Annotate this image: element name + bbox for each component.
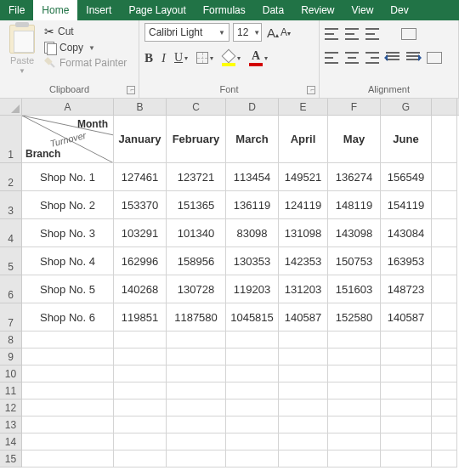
cell[interactable]: May bbox=[328, 116, 381, 163]
cell[interactable]: 113454 bbox=[226, 163, 279, 191]
column-header[interactable]: A bbox=[22, 99, 114, 115]
cell[interactable] bbox=[381, 450, 432, 468]
cell[interactable]: 158956 bbox=[167, 247, 226, 275]
cell[interactable]: 153370 bbox=[114, 191, 167, 219]
cell-diagonal-header[interactable]: MonthTurnoverBranch bbox=[22, 116, 114, 163]
cell[interactable] bbox=[279, 382, 328, 400]
cell[interactable] bbox=[167, 382, 226, 400]
cell[interactable] bbox=[279, 450, 328, 468]
cell[interactable]: March bbox=[226, 116, 279, 163]
cell[interactable]: 150753 bbox=[328, 247, 381, 275]
column-header[interactable]: D bbox=[226, 99, 279, 115]
wrap-text-button[interactable] bbox=[401, 28, 416, 40]
cell[interactable] bbox=[432, 247, 457, 275]
cell[interactable] bbox=[22, 332, 114, 348]
cell[interactable]: 156549 bbox=[381, 163, 432, 191]
cell[interactable] bbox=[381, 366, 432, 382]
cell[interactable] bbox=[167, 416, 226, 434]
cell[interactable] bbox=[226, 348, 279, 366]
cells-area[interactable]: MonthTurnoverBranchJanuaryFebruaryMarchA… bbox=[22, 116, 459, 468]
cell[interactable] bbox=[22, 366, 114, 382]
cell[interactable] bbox=[167, 450, 226, 468]
row-header[interactable]: 5 bbox=[0, 247, 22, 275]
cell[interactable]: 119203 bbox=[226, 275, 279, 303]
decrease-indent-button[interactable] bbox=[386, 52, 400, 64]
row-header[interactable]: 7 bbox=[0, 303, 22, 332]
increase-font-button[interactable]: A▴ bbox=[267, 26, 279, 40]
cell[interactable]: Shop No. 1 bbox=[22, 163, 114, 191]
cell[interactable] bbox=[167, 332, 226, 348]
column-header[interactable] bbox=[432, 99, 457, 115]
cell[interactable] bbox=[279, 416, 328, 434]
cell[interactable] bbox=[432, 400, 457, 416]
row-header[interactable]: 1 bbox=[0, 116, 22, 163]
cell[interactable] bbox=[432, 366, 457, 382]
column-header[interactable]: G bbox=[381, 99, 432, 115]
bold-button[interactable]: B bbox=[144, 51, 153, 65]
cell[interactable]: 151365 bbox=[167, 191, 226, 219]
tab-data[interactable]: Data bbox=[254, 0, 292, 20]
merge-cells-button[interactable] bbox=[427, 52, 442, 64]
cell[interactable]: 140587 bbox=[279, 303, 328, 332]
cell[interactable] bbox=[22, 400, 114, 416]
dialog-launcher-icon[interactable]: ⌐ bbox=[127, 86, 135, 94]
cell[interactable] bbox=[328, 416, 381, 434]
align-top-button[interactable] bbox=[325, 28, 338, 40]
cell[interactable] bbox=[432, 348, 457, 366]
cell[interactable] bbox=[328, 434, 381, 450]
cell[interactable]: 131098 bbox=[279, 219, 328, 247]
cell[interactable]: 123721 bbox=[167, 163, 226, 191]
format-painter-button[interactable]: Format Painter bbox=[44, 57, 127, 69]
cell[interactable] bbox=[279, 400, 328, 416]
row-header[interactable]: 14 bbox=[0, 434, 22, 450]
cell[interactable] bbox=[279, 366, 328, 382]
cell[interactable] bbox=[432, 303, 457, 332]
dialog-launcher-icon[interactable]: ⌐ bbox=[307, 86, 315, 94]
cell[interactable] bbox=[226, 434, 279, 450]
row-header[interactable]: 11 bbox=[0, 382, 22, 400]
cell[interactable] bbox=[381, 416, 432, 434]
column-header[interactable]: F bbox=[328, 99, 381, 115]
cell[interactable] bbox=[432, 116, 457, 163]
cell[interactable]: 124119 bbox=[279, 191, 328, 219]
cell[interactable] bbox=[226, 416, 279, 434]
align-right-button[interactable] bbox=[366, 52, 379, 64]
tab-review[interactable]: Review bbox=[292, 0, 343, 20]
cell[interactable] bbox=[381, 382, 432, 400]
row-header[interactable]: 15 bbox=[0, 450, 22, 468]
cell[interactable]: 143084 bbox=[381, 219, 432, 247]
cell[interactable] bbox=[22, 348, 114, 366]
row-header[interactable]: 3 bbox=[0, 191, 22, 219]
cell[interactable]: Shop No. 4 bbox=[22, 247, 114, 275]
align-middle-button[interactable] bbox=[345, 28, 359, 40]
cell[interactable]: 142353 bbox=[279, 247, 328, 275]
cell[interactable] bbox=[328, 348, 381, 366]
tab-file[interactable]: File bbox=[0, 0, 33, 20]
row-header[interactable]: 12 bbox=[0, 400, 22, 416]
cell[interactable] bbox=[279, 348, 328, 366]
align-center-button[interactable] bbox=[345, 52, 359, 64]
cell[interactable]: 130728 bbox=[167, 275, 226, 303]
borders-button[interactable]: ▾ bbox=[196, 52, 213, 64]
paste-button[interactable]: Paste ▼ bbox=[5, 23, 39, 75]
cell[interactable]: 127461 bbox=[114, 163, 167, 191]
tab-dev[interactable]: Dev bbox=[382, 0, 416, 20]
cell[interactable] bbox=[432, 450, 457, 468]
cell[interactable]: 1045815 bbox=[226, 303, 279, 332]
cell[interactable] bbox=[432, 163, 457, 191]
tab-formulas[interactable]: Formulas bbox=[195, 0, 254, 20]
cell[interactable] bbox=[167, 366, 226, 382]
cell[interactable] bbox=[432, 382, 457, 400]
fill-color-button[interactable]: ▾ bbox=[222, 50, 241, 66]
cell[interactable]: June bbox=[381, 116, 432, 163]
cell[interactable]: 151603 bbox=[328, 275, 381, 303]
cell[interactable]: 140587 bbox=[381, 303, 432, 332]
row-header[interactable]: 8 bbox=[0, 332, 22, 348]
select-all-cell[interactable] bbox=[0, 99, 22, 115]
cell[interactable]: 1187580 bbox=[167, 303, 226, 332]
tab-view[interactable]: View bbox=[343, 0, 382, 20]
cell[interactable] bbox=[226, 400, 279, 416]
cell[interactable] bbox=[279, 332, 328, 348]
cell[interactable]: 154119 bbox=[381, 191, 432, 219]
column-header[interactable]: E bbox=[279, 99, 328, 115]
